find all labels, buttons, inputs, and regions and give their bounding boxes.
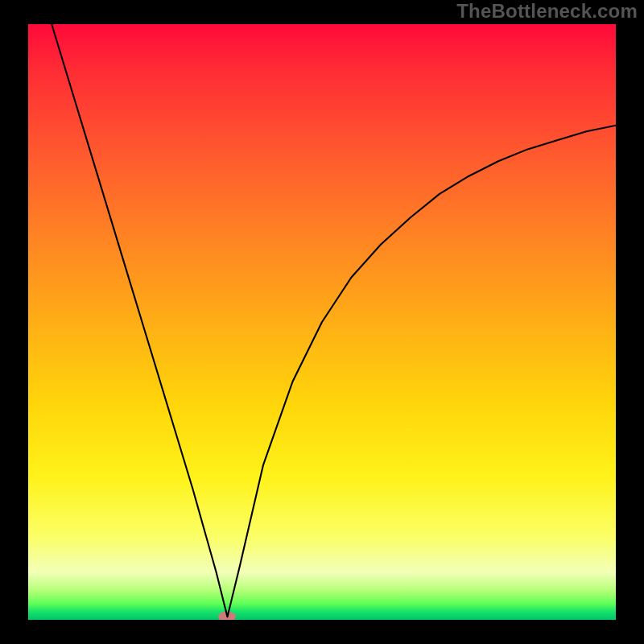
chart-frame: TheBottleneck.com	[0, 0, 644, 644]
plot-area	[28, 24, 616, 620]
bottleneck-curve	[28, 24, 616, 620]
watermark-text: TheBottleneck.com	[456, 0, 638, 23]
